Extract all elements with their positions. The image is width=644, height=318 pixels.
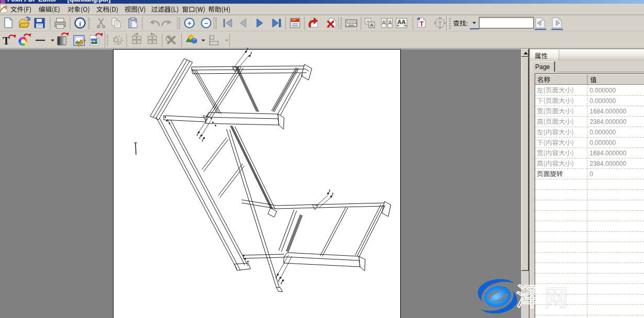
svg-text:1684.000000: 1684.000000 [590, 108, 626, 115]
svg-text:0.000000: 0.000000 [590, 139, 616, 146]
svg-text:2384.000000: 2384.000000 [590, 160, 626, 167]
svg-text:+: + [187, 19, 191, 27]
svg-text:0: 0 [590, 171, 593, 178]
svg-text:Page: Page [535, 63, 550, 71]
svg-text:1684.000000: 1684.000000 [590, 150, 626, 157]
svg-text:2384.000000: 2384.000000 [590, 118, 626, 126]
svg-text:A: A [370, 22, 374, 28]
svg-text:T: T [438, 20, 442, 27]
svg-text:0.000000: 0.000000 [590, 97, 616, 105]
svg-text:AA: AA [398, 19, 406, 25]
svg-text:A: A [382, 20, 386, 26]
svg-text:i: i [79, 20, 81, 28]
svg-text:0.000000: 0.000000 [590, 87, 616, 94]
svg-text:−: − [204, 19, 208, 27]
svg-text:A: A [388, 20, 392, 26]
svg-text:T: T [420, 20, 424, 28]
svg-text:0.000000: 0.000000 [590, 129, 616, 136]
